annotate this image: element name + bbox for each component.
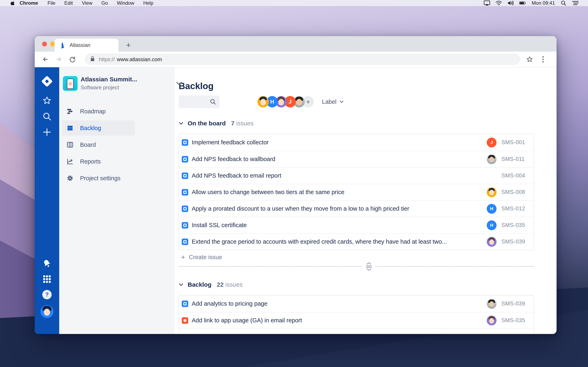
user-avatar[interactable] <box>40 305 53 318</box>
story-type-icon <box>182 206 188 212</box>
menu-help[interactable]: Help <box>143 0 153 6</box>
project-sidebar: Atlassian Summit... Software project Roa… <box>59 67 174 334</box>
search-icon[interactable] <box>42 112 52 121</box>
screen-mirroring-icon[interactable] <box>484 0 490 6</box>
section-title[interactable]: Backlog <box>188 281 212 288</box>
menu-file[interactable]: File <box>48 0 56 6</box>
issue-row[interactable]: Allow users to change between two tiers … <box>179 184 534 200</box>
project-type: Software project <box>81 84 137 91</box>
issue-key: SMS-039 <box>502 239 528 245</box>
issue-key: SMS-035 <box>502 317 528 324</box>
browser-tab-strip: Atlassian + <box>35 36 557 52</box>
apple-menu-icon[interactable] <box>10 0 16 6</box>
issue-key: SMS-004 <box>502 173 528 179</box>
issue-row[interactable]: Add NPS feedback to wallboard SMS-011 <box>179 151 534 167</box>
sidebar-item-backlog[interactable]: Backlog <box>62 120 135 136</box>
sidebar-item-project-settings[interactable]: Project settings <box>62 171 135 186</box>
section-collapse-icon[interactable] <box>179 122 183 125</box>
jira-logo-icon[interactable] <box>41 75 53 87</box>
assignee-avatar-purple-cartoon[interactable] <box>487 237 497 247</box>
jira-app: ? Atlassian Summit... Software project <box>35 67 557 334</box>
assignee-avatar-h[interactable]: H <box>487 220 497 230</box>
menu-bar-clock[interactable]: Mon 09:41 <box>532 0 555 6</box>
assignee-avatar-j[interactable]: J <box>487 138 497 147</box>
label-filter-text: Label <box>322 99 337 105</box>
sidebar-item-reports[interactable]: Reports <box>62 154 135 169</box>
help-icon[interactable]: ? <box>42 290 52 299</box>
url-host: www.atlassian.com <box>117 56 162 63</box>
issue-row[interactable]: Apply a prorated discount to a user when… <box>179 200 534 217</box>
menu-edit[interactable]: Edit <box>64 0 73 6</box>
issue-row[interactable]: Add link to app usage (GA) in email repo… <box>179 312 534 328</box>
section-title[interactable]: On the board <box>188 120 226 127</box>
project-chevron-down-icon[interactable] <box>176 81 183 87</box>
assignee-avatar-orange-cartoon[interactable] <box>487 187 497 197</box>
new-tab-button[interactable]: + <box>124 41 133 50</box>
volume-icon[interactable] <box>507 0 514 6</box>
issue-title: Apply a prorated discount to a user when… <box>192 205 487 212</box>
issue-title: Extend the grace period to accounts with… <box>192 238 487 245</box>
reload-button[interactable] <box>67 54 78 65</box>
resize-drag-handle[interactable] <box>362 262 375 271</box>
address-bar[interactable]: https:// www.atlassian.com <box>85 54 520 65</box>
sidebar-item-board[interactable]: Board <box>62 137 135 152</box>
issue-key: SMS-012 <box>502 206 528 212</box>
bookmark-star-icon[interactable] <box>524 54 535 65</box>
backlog-issue-list: Add analytics to pricing page SMS-039 Ad… <box>179 295 534 334</box>
wifi-icon[interactable] <box>495 0 502 6</box>
issue-title: Add NPS feedback to email report <box>192 172 487 179</box>
issue-row[interactable]: Extend the grace period to accounts with… <box>179 233 534 250</box>
section-collapse-icon[interactable] <box>179 283 183 286</box>
assignee-avatar-purple-cartoon[interactable] <box>487 316 497 325</box>
tab-title: Atlassian <box>70 42 90 48</box>
issue-row[interactable]: Implement feedback collector J SMS-001 <box>179 134 534 151</box>
control-list-icon[interactable] <box>572 0 579 6</box>
menu-window[interactable]: Window <box>117 0 134 6</box>
project-name: Atlassian Summit... <box>81 76 137 83</box>
assignee-avatar-photo-man[interactable] <box>487 299 497 309</box>
settings-gear-icon <box>67 175 73 182</box>
jira-global-sidebar: ? <box>35 67 59 334</box>
starred-icon[interactable] <box>42 96 52 105</box>
forward-button[interactable] <box>53 54 64 65</box>
close-window-button[interactable] <box>42 42 47 47</box>
app-switcher-icon[interactable] <box>43 275 51 284</box>
menu-app-name[interactable]: Chrome <box>20 0 38 6</box>
issue-row[interactable]: Install SSL certificate H SMS-035 <box>179 217 534 233</box>
lock-icon <box>90 56 95 63</box>
issue-count-word: issues <box>225 281 242 288</box>
project-switcher[interactable]: Atlassian Summit... Software project <box>63 76 168 91</box>
story-type-icon <box>182 139 188 146</box>
menu-go[interactable]: Go <box>101 0 108 6</box>
create-icon[interactable] <box>43 128 52 137</box>
issue-row-clipped <box>179 328 534 334</box>
issue-row[interactable]: Add NPS feedback to email report SMS-004 <box>179 167 534 184</box>
sidebar-item-label: Board <box>80 142 96 148</box>
issue-title: Add link to app usage (GA) in email repo… <box>192 317 487 324</box>
assignee-avatar-photo-man[interactable] <box>487 154 497 164</box>
notifications-bell-icon[interactable] <box>42 259 52 268</box>
chevron-down-icon <box>339 100 344 103</box>
browser-tab-atlassian[interactable]: Atlassian <box>54 39 118 52</box>
plus-icon: + <box>181 254 185 261</box>
sidebar-item-roadmap[interactable]: Roadmap <box>62 104 135 119</box>
avatar-orange-cartoon[interactable] <box>258 96 269 108</box>
create-issue-button[interactable]: + Create issue <box>179 251 534 263</box>
page-title: Backlog <box>179 80 534 92</box>
board-backlog-divider <box>179 266 534 267</box>
board-search-input[interactable] <box>179 95 219 108</box>
sidebar-item-label: Backlog <box>80 125 101 132</box>
back-button[interactable] <box>40 54 51 65</box>
browser-toolbar: https:// www.atlassian.com <box>35 52 557 67</box>
story-type-icon <box>182 239 188 245</box>
spotlight-search-icon[interactable] <box>560 0 567 6</box>
issue-key: SMS-035 <box>502 222 528 228</box>
assignee-avatar-h[interactable]: H <box>487 204 497 214</box>
issue-count: 7 <box>231 120 234 127</box>
issue-row[interactable]: Add analytics to pricing page SMS-039 <box>179 295 534 312</box>
label-filter-dropdown[interactable]: Label <box>322 99 344 105</box>
browser-menu-icon[interactable] <box>538 54 548 65</box>
battery-icon[interactable] <box>519 0 526 6</box>
board-section-header: On the board 7 issues <box>179 120 534 127</box>
menu-view[interactable]: View <box>82 0 93 6</box>
